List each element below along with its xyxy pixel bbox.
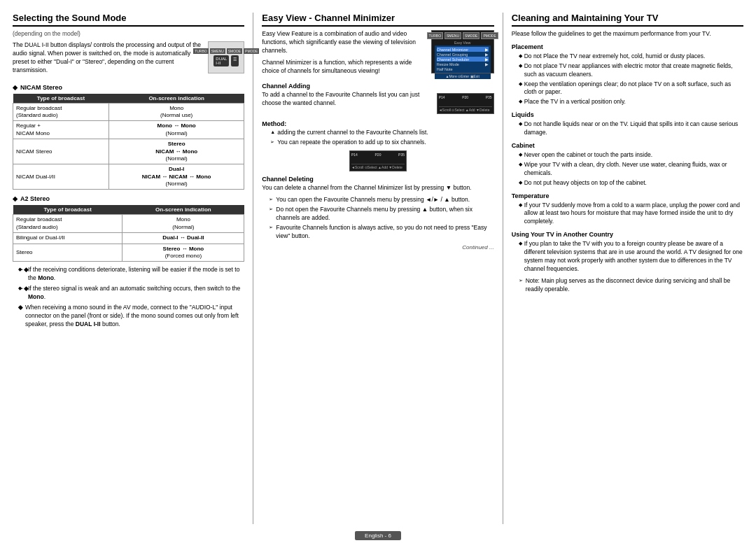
nicam-r4-indication: Dual-INICAM ↔ NICAM ↔ Mono(Normal) [109, 164, 244, 190]
col1-intro-text: The DUAL I-II button displays/ controls … [13, 41, 204, 75]
col1-title: Selecting the Sound Mode [13, 13, 244, 27]
col2-title: Easy View - Channel Minimizer [262, 13, 493, 27]
nicam-title-text: NICAM Stereo [20, 84, 62, 91]
a2-table: Type of broadcast On-screen indication R… [13, 205, 244, 262]
col3-title: Cleaning and Maintaining Your TV [512, 13, 743, 27]
ss2-p20: P20 [375, 153, 382, 157]
footer-badge: English - 6 [355, 531, 401, 540]
tv-smode: SMODE [463, 32, 479, 39]
channel-deleting-list: You can open the Favourite Channels menu… [269, 196, 493, 240]
col3: Cleaning and Maintaining Your TV Please … [503, 13, 743, 524]
nicam-r3-type: NICAM Stereo [13, 139, 109, 164]
small-screenshot-2-wrapper: P14 P20 P35 ◄Scroll ⊙Select ▲Add ▼Delete [262, 150, 493, 171]
nicam-row-3: NICAM Stereo StereoNICAM ↔ Mono(Normal) [13, 139, 244, 164]
smenu-btn: SMENU [210, 48, 225, 54]
col2-intro-block: TURBO SMENU SMODE PMODE Easy View Channe… [262, 30, 493, 78]
temperature-heading: Temperature [512, 192, 743, 199]
note-1: ➢◆ If the receiving conditions deteriora… [18, 266, 244, 283]
another-country-note: Note: Main plug serves as the disconnect… [519, 277, 743, 294]
a2-heading: ◆ A2 Stereo [13, 195, 244, 202]
tv-menu-resize-mode: Resize Mode▶ [437, 62, 489, 66]
method-item-1: ▲ adding the current channel to the Favo… [270, 129, 493, 137]
cabinet-item-3: Do not put heavy objects on top of the c… [519, 179, 743, 188]
placement-item-3: Keep the ventilation openings clear; do … [519, 80, 743, 97]
a2-r2-type: Bilingual or Dual-I/II [13, 233, 122, 244]
nicam-table: Type of broadcast On-screen indication R… [13, 94, 244, 190]
ss2-controls: ◄Scroll ⊙Select ▲Add ▼Delete [351, 164, 405, 169]
note-3: ◆ When receiving a mono sound in the AV … [18, 304, 244, 329]
method-item-2: ➢ You can repeate the operation to add u… [270, 139, 493, 147]
viewer-btn: ☰ [231, 55, 239, 66]
dual-btn: DUALI-II [214, 55, 229, 66]
channel-deleting-text: You can delete a channel from the Channe… [262, 184, 493, 192]
ss2-p35: P35 [398, 153, 405, 157]
columns: Selecting the Sound Mode (depending on t… [13, 13, 743, 524]
liquids-list: Do not handle liquids near or on the TV.… [519, 120, 743, 137]
continued-text: Continued ... [262, 244, 493, 251]
a2-r1-type: Regular broadcast(Standard audio) [13, 215, 122, 233]
ss1-p14: P14 [439, 95, 445, 99]
ss2-row1: P14 P20 P35 [351, 153, 405, 157]
nicam-r3-indication: StereoNICAM ↔ Mono(Normal) [109, 139, 244, 164]
remote-top-buttons: TURBO SMENU SMODE PMODE [193, 48, 259, 54]
a2-title-text: A2 Stereo [20, 195, 50, 202]
tv-menu-half-note: Half Note [437, 66, 489, 71]
tv-remote-icon: TURBO SMENU SMODE PMODE DUALI-II ☰ [208, 41, 244, 73]
tv-top-buttons: TURBO SMENU SMODE PMODE [427, 32, 498, 39]
tv-menu-channel-grouping: Channel Grouping▶ [437, 52, 489, 57]
a2-r3-type: Stereo [13, 244, 122, 262]
small-screenshot-1: P14 P20 P35 ◄Scroll ⊙Select ▲Add ▼Delete [437, 93, 494, 114]
ss1-p35: P35 [486, 95, 492, 99]
tv-bottom-bar: ▲More ⊙Enter ▣Exit [435, 73, 491, 79]
tv-menu-channel-minimizer: Channel Minimizer▶ [437, 47, 489, 52]
another-country-note-list: Note: Main plug serves as the disconnect… [519, 277, 743, 294]
deleting-item-2: Do not open the Favourite Channels menu … [269, 206, 493, 223]
another-country-item-1: If you plan to take the TV with you to a… [519, 240, 743, 274]
cabinet-heading: Cabinet [512, 142, 743, 149]
channel-adding-text: To add a channel to the Favourite Channe… [262, 91, 433, 113]
turbo-btn: TURBO [193, 48, 209, 54]
smode-btn: SMODE [227, 48, 242, 54]
channel-adding-block: To add a channel to the Favourite Channe… [262, 91, 493, 116]
small-screenshot-2: P14 P20 P35 ◄Scroll ⊙Select ▲Add ▼Delete [349, 150, 407, 171]
nicam-diamond: ◆ [13, 84, 18, 91]
placement-item-4: Place the TV in a vertical position only… [519, 98, 743, 106]
placement-list: Do not Place the TV near extremely hot, … [519, 52, 743, 106]
page: Selecting the Sound Mode (depending on t… [0, 0, 756, 550]
nicam-r1-indication: Mono(Normal use) [109, 103, 244, 121]
col3-intro: Please follow the guidelines to get the … [512, 30, 743, 38]
a2-col2-header: On-screen indication [122, 205, 244, 215]
footer: English - 6 [13, 530, 743, 542]
deleting-item-3: Favourite Channels function is always ac… [269, 224, 493, 241]
nicam-row-4: NICAM Dual-I/II Dual-INICAM ↔ NICAM ↔ Mo… [13, 164, 244, 190]
a2-diamond: ◆ [13, 195, 18, 202]
a2-row-2: Bilingual or Dual-I/II Dual-I ↔ Dual-II [13, 233, 244, 244]
a2-row-1: Regular broadcast(Standard audio) Mono(N… [13, 215, 244, 233]
method-heading: Method: [262, 120, 493, 127]
small-screenshot-wrapper: P14 P20 P35 ◄Scroll ⊙Select ▲Add ▼Delete [437, 91, 494, 116]
col1: Selecting the Sound Mode (depending on t… [13, 13, 253, 524]
tv-screenshot-main: TURBO SMENU SMODE PMODE Easy View Channe… [431, 30, 494, 73]
nicam-row-2: Regular +NICAM Mono Mono ↔ Mono(Normal) [13, 121, 244, 139]
placement-heading: Placement [512, 43, 743, 50]
nicam-col1-header: Type of broadcast [13, 94, 109, 104]
temperature-list: If your TV suddenly move from a cold to … [519, 202, 743, 227]
ss1-p20: P20 [462, 95, 468, 99]
a2-r1-indication: Mono(Normal) [122, 215, 244, 233]
col1-notes: ➢◆ If the receiving conditions deteriora… [18, 266, 244, 328]
nicam-row-1: Regular broadcast(Standard audio) Mono(N… [13, 103, 244, 121]
tv-menu-channel-scheduler: Channel Scheduler▶ [437, 57, 489, 62]
ss2-p14: P14 [351, 153, 358, 157]
ss1-row1: P14 P20 P35 [439, 95, 492, 99]
placement-item-2: Do not place TV near appliances with ele… [519, 62, 743, 79]
nicam-col2-header: On-screen indication [109, 94, 244, 104]
tv-smenu: SMENU [444, 32, 461, 39]
nicam-r2-indication: Mono ↔ Mono(Normal) [109, 121, 244, 139]
liquids-item-1: Do not handle liquids near or on the TV.… [519, 120, 743, 137]
nicam-r1-type: Regular broadcast(Standard audio) [13, 103, 109, 121]
note-2: ➢◆ If the stereo signal is weak and an a… [18, 285, 244, 302]
temperature-item-1: If your TV suddenly move from a cold to … [519, 202, 743, 227]
easy-view-label: Easy View [454, 41, 470, 45]
deleting-item-1: You can open the Favourite Channels menu… [269, 196, 493, 204]
remote-mid-buttons: DUALI-II ☰ [214, 55, 239, 66]
